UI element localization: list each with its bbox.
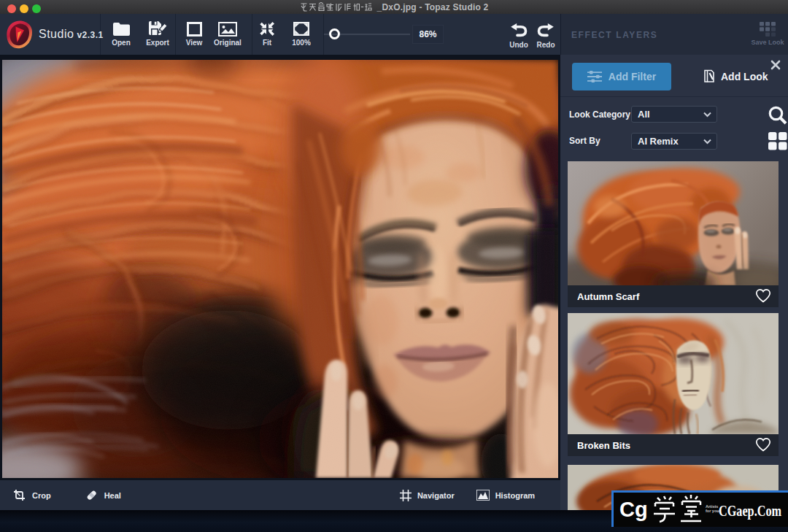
svg-text:Cg: Cg [619,498,648,521]
svg-text:for you: for you [706,509,719,513]
svg-text:CGaep.Com: CGaep.Com [719,501,781,520]
